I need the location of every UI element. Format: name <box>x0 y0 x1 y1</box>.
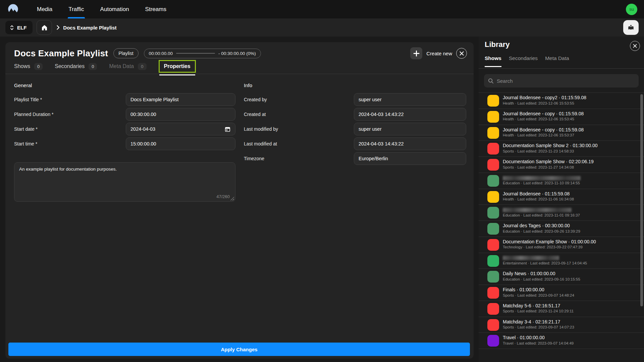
create-new-button[interactable] <box>410 47 422 59</box>
user-avatar[interactable]: su <box>626 4 637 15</box>
apply-changes-button[interactable]: Apply Changes <box>8 343 470 356</box>
general-field-playlist-title[interactable]: Docs Example Playlist <box>126 93 235 106</box>
item-title: Matchday 3-4 · 02:16:21.17 <box>503 319 560 324</box>
library-item[interactable]: Entertainment · Last edited: 2023-09-17 … <box>479 253 644 269</box>
description-textarea-wrap: An example playlist for documentation pu… <box>14 162 235 202</box>
tab-count-badge: 0 <box>34 63 43 70</box>
library-scrollbar-thumb[interactable] <box>640 94 643 306</box>
general-field-planned-duration[interactable]: 00:30:00.00 <box>126 108 235 121</box>
app-logo-icon[interactable] <box>7 3 19 16</box>
chevron-up-down-icon <box>10 25 14 31</box>
item-color-swatch <box>487 271 499 283</box>
library-item[interactable]: Finals · 01:00:00.00Sports · Last edited… <box>479 285 644 301</box>
library-item[interactable]: Journal des Tages · 00:30:00.00Education… <box>479 221 644 237</box>
library-tab-shows[interactable]: Shows <box>485 55 501 63</box>
general-field-start-date[interactable]: 2024-04-03 <box>126 123 235 135</box>
library-item[interactable]: Documentation Sample Show 2 · 01:30:00.0… <box>479 141 644 157</box>
library-item[interactable]: Journal Bodensee - copy · 01:15:59.08Hea… <box>479 125 644 141</box>
library-item[interactable]: Education · Last edited: 2023-11-10 09:1… <box>479 173 644 189</box>
nav-item-label: Streams <box>145 6 166 13</box>
library-close-button[interactable] <box>630 41 640 51</box>
item-subtitle: Sports · Last edited: 2023-11-27 14:34:0… <box>503 165 574 169</box>
item-title: Journal Bodensee - copy · 01:15:59.08 <box>503 111 584 116</box>
item-title: Journal Bodensee - copy · 01:15:59.08 <box>503 127 584 132</box>
calendar-icon[interactable] <box>224 126 231 132</box>
create-new-label[interactable]: Create new <box>426 51 452 56</box>
item-subtitle: Sports · Last edited: 2023-11-24 10:29:1… <box>503 309 574 313</box>
tab-meta-data[interactable]: Meta Data0 <box>109 63 146 70</box>
info-row-last-modified-at: Last modified at2024-04-03 14:43:22 <box>244 137 466 150</box>
item-title: Journal des Tages · 00:30:00.00 <box>503 223 570 228</box>
info-row-last-modified-by: Last modified bysuper user <box>244 123 466 135</box>
info-field-last-modified-by[interactable]: super user <box>354 123 466 135</box>
active-nav-underline <box>68 17 85 18</box>
char-counter: 47/260 <box>216 194 230 199</box>
info-field-last-modified-at[interactable]: 2024-04-03 14:43:22 <box>354 137 466 150</box>
library-item[interactable]: Documentation Example Show · 01:00:00.00… <box>479 237 644 253</box>
library-tab-meta-data[interactable]: Meta Data <box>545 55 569 63</box>
search-icon <box>488 78 494 84</box>
library-item[interactable]: Travel · 01:00:00.00Travel · Last edited… <box>479 333 644 349</box>
general-heading: General <box>14 82 235 89</box>
item-subtitle: Health · Last edited: 2023-12-06 15:53:4… <box>503 117 574 121</box>
info-label: Timezone <box>244 156 354 161</box>
search-input[interactable] <box>497 78 635 84</box>
field-value: 2024-04-03 <box>130 126 155 132</box>
info-row-timezone: TimezoneEurope/Berlin <box>244 152 466 165</box>
item-color-swatch <box>487 207 499 219</box>
nav-item-media[interactable]: Media <box>29 0 60 18</box>
field-value: 2024-04-03 14:43:22 <box>359 112 404 117</box>
close-icon <box>460 51 464 56</box>
tab-shows[interactable]: Shows0 <box>14 63 43 70</box>
nav-item-automation[interactable]: Automation <box>92 0 137 18</box>
home-button[interactable] <box>37 20 52 35</box>
item-subtitle: Sports · Last edited: 2023-09-07 14:07:2… <box>503 325 574 329</box>
field-value: super user <box>359 97 382 102</box>
library-item[interactable]: Journal Bodensee - copy · 01:15:59.08Hea… <box>479 109 644 125</box>
general-row-start-time: Start time *15:00:00.00 <box>14 137 235 150</box>
library-item[interactable]: Journal Bodensee - copy2 · 01:15:59.08He… <box>479 93 644 109</box>
close-panel-button[interactable] <box>456 48 467 59</box>
library-list: Journal Bodensee - copy2 · 01:15:59.08He… <box>479 93 644 362</box>
item-subtitle: Health · Last edited: 2023-12-06 15:53:5… <box>503 101 574 105</box>
library-panel: Library ShowsSecondariesMeta Data Journa… <box>479 37 644 362</box>
library-item[interactable]: Daily News · 01:00:00.00Education · Last… <box>479 269 644 285</box>
workspace-selector[interactable]: ELF <box>5 21 33 34</box>
item-color-swatch <box>487 287 499 299</box>
tab-secondaries[interactable]: Secondaries0 <box>55 63 97 70</box>
progress-track <box>176 53 215 54</box>
nav-item-streams[interactable]: Streams <box>137 0 174 18</box>
general-field-start-time[interactable]: 15:00:00.00 <box>126 137 235 150</box>
field-value: super user <box>359 126 382 132</box>
item-title <box>503 175 581 180</box>
info-field-created-at[interactable]: 2024-04-03 14:43:22 <box>354 108 466 121</box>
home-icon <box>41 24 48 31</box>
library-tab-secondaries[interactable]: Secondaries <box>509 55 538 63</box>
library-item[interactable]: Matchday 3-4 · 02:16:21.17Sports · Last … <box>479 317 644 333</box>
item-title <box>503 207 572 212</box>
duration-progress-pill: 00:00:00.00 - 00:30:00.00 (0%) <box>144 49 261 58</box>
nav-item-label: Traffic <box>68 6 84 13</box>
item-color-swatch <box>487 239 499 251</box>
plus-icon <box>413 50 420 57</box>
library-item[interactable]: Education · Last edited: 2023-11-01 09:1… <box>479 205 644 221</box>
description-textarea[interactable]: An example playlist for documentation pu… <box>14 163 235 201</box>
library-toggle-button[interactable] <box>623 20 639 35</box>
page-title: Docs Example Playlist <box>14 48 108 59</box>
playlist-type-badge: Playlist <box>113 48 138 58</box>
info-label: Created at <box>244 112 354 117</box>
info-field-timezone[interactable]: Europe/Berlin <box>354 152 466 165</box>
info-row-created-at: Created at2024-04-03 14:43:22 <box>244 108 466 121</box>
tab-count-badge: 0 <box>89 63 97 70</box>
info-label: Last modified by <box>244 126 354 132</box>
library-item[interactable]: Matchday 5-6 · 02:16:51.17Sports · Last … <box>479 301 644 317</box>
nav-item-traffic[interactable]: Traffic <box>60 0 92 18</box>
item-subtitle: Education · Last edited: 2023-09-16 10:1… <box>503 277 580 281</box>
breadcrumb-current[interactable]: Docs Example Playlist <box>63 25 116 31</box>
library-item[interactable]: Journal Bodensee · 01:15:59.08Health · L… <box>479 189 644 205</box>
item-color-swatch <box>487 175 499 187</box>
tab-count-badge: 0 <box>138 63 146 70</box>
library-item[interactable]: Documentation Sample Show · 02:20:06.19S… <box>479 157 644 173</box>
tab-properties[interactable]: Properties <box>159 60 196 73</box>
info-field-created-by[interactable]: super user <box>354 93 466 106</box>
